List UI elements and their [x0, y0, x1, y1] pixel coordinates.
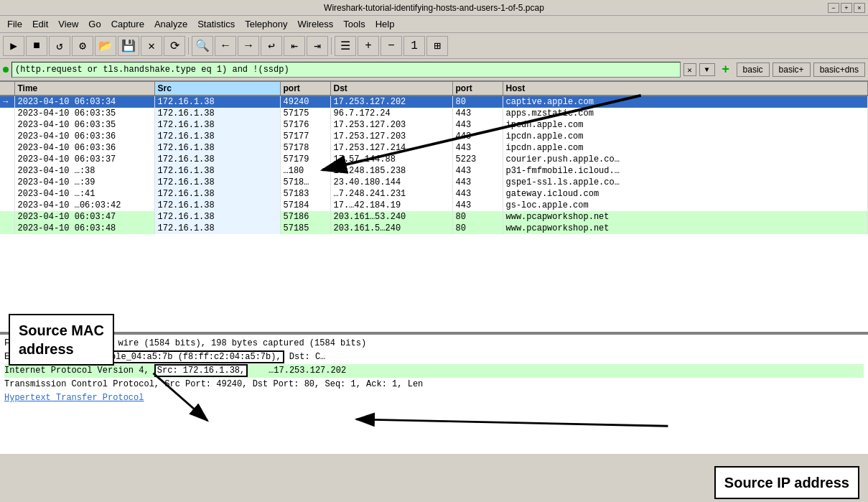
row-src: 172.16.1.38	[154, 154, 280, 165]
detail-tcp[interactable]: Transmission Control Protocol, Src Port:…	[4, 378, 864, 391]
filter-preset-basic-dns[interactable]: basic+dns	[813, 62, 865, 77]
row-srcport: 57176	[280, 119, 330, 131]
menu-help[interactable]: Help	[371, 17, 399, 31]
table-row[interactable]: 2023-04-10 …06:03:42172.16.1.385718417.……	[0, 200, 868, 211]
row-arrow	[0, 142, 14, 154]
source-ip-annotation: Source IP address	[714, 466, 859, 499]
row-src: 172.16.1.38	[154, 165, 280, 177]
toolbar-capture-options[interactable]: ⚙	[72, 36, 93, 56]
toolbar-zoom-in[interactable]: +	[358, 36, 379, 56]
filter-input[interactable]	[11, 62, 681, 78]
menu-telephony[interactable]: Telephony	[241, 17, 291, 31]
toolbar-go-to-packet[interactable]: ↩	[261, 36, 282, 56]
col-srcport[interactable]: port	[280, 82, 330, 96]
row-dstport: 5223	[452, 154, 503, 165]
toolbar-go-last[interactable]: ⇥	[307, 36, 328, 56]
menu-statistics[interactable]: Statistics	[193, 17, 239, 31]
toolbar-close[interactable]: ✕	[141, 36, 162, 56]
toolbar-resize-columns[interactable]: ⊞	[426, 36, 448, 56]
row-dstport: 443	[452, 177, 503, 188]
menu-edit[interactable]: Edit	[28, 17, 52, 31]
close-button[interactable]: ×	[854, 3, 865, 13]
toolbar-zoom-reset[interactable]: 1	[403, 36, 425, 56]
row-arrow	[0, 200, 14, 211]
menu-wireless[interactable]: Wireless	[293, 17, 337, 31]
row-arrow	[0, 108, 14, 119]
toolbar-zoom-out[interactable]: −	[381, 36, 402, 56]
col-arrow	[0, 82, 14, 96]
toolbar-stop-capture[interactable]: ■	[26, 36, 47, 56]
table-row[interactable]: 2023-04-10 06:03:35172.16.1.385717617.25…	[0, 119, 868, 131]
menu-file[interactable]: File	[3, 17, 27, 31]
menu-go[interactable]: Go	[84, 17, 105, 31]
row-dst: 17.248.185.238	[330, 165, 452, 177]
toolbar-go-first[interactable]: ⇤	[284, 36, 305, 56]
row-dst: 203.161…53.240	[330, 211, 452, 223]
filter-preset-basic[interactable]: basic	[737, 62, 770, 77]
filter-preset-basic-plus[interactable]: basic+	[773, 62, 811, 77]
row-host: apps.mzstatic.com	[503, 108, 868, 119]
table-row[interactable]: 2023-04-10 06:03:36172.16.1.385717717.25…	[0, 131, 868, 142]
minimize-button[interactable]: −	[828, 3, 839, 13]
col-time[interactable]: Time	[14, 82, 154, 96]
row-dst: 17.57.144.88	[330, 154, 452, 165]
row-srcport: 57186	[280, 211, 330, 223]
row-host: captive.apple.com	[503, 96, 868, 108]
col-host[interactable]: Host	[503, 82, 868, 96]
toolbar-back[interactable]: ←	[215, 36, 236, 56]
toolbar-autoscroll[interactable]: ☰	[335, 36, 356, 56]
menu-capture[interactable]: Capture	[107, 17, 149, 31]
table-row[interactable]: 2023-04-10 …:39172.16.1.385718…23.40.180…	[0, 177, 868, 188]
menu-view[interactable]: View	[54, 17, 83, 31]
table-row[interactable]: 2023-04-10 …:38172.16.1.38…18017.248.185…	[0, 165, 868, 177]
row-time: 2023-04-10 06:03:36	[14, 142, 154, 154]
row-host: gspe1-ssl.ls.apple.co…	[503, 177, 868, 188]
table-row[interactable]: 2023-04-10 06:03:47172.16.1.3857186203.1…	[0, 211, 868, 223]
table-row[interactable]: 2023-04-10 06:03:35172.16.1.385717596.7.…	[0, 108, 868, 119]
row-arrow	[0, 154, 14, 165]
table-row[interactable]: 2023-04-10 06:03:48172.16.1.3857185203.1…	[0, 223, 868, 234]
detail-frame: Frame 23: 198 by​es on wire (1584 bits),…	[4, 337, 864, 350]
packet-list: Time Src port Dst port Host →2023-04-10 …	[0, 82, 868, 333]
col-dstport[interactable]: port	[452, 82, 503, 96]
filter-dropdown-button[interactable]: ▼	[699, 63, 715, 76]
col-src[interactable]: Src	[154, 82, 280, 96]
table-row[interactable]: →2023-04-10 06:03:34172.16.1.384924017.2…	[0, 96, 868, 108]
row-host: gs-loc.apple.com	[503, 200, 868, 211]
row-time: 2023-04-10 06:03:35	[14, 119, 154, 131]
toolbar-find[interactable]: 🔍	[192, 36, 213, 56]
detail-ip[interactable]: Internet Protocol Version 4, Src: 172.16…	[4, 364, 864, 378]
row-time: 2023-04-10 06:03:34	[14, 96, 154, 108]
filter-clear-button[interactable]: ✕	[683, 63, 696, 76]
maximize-button[interactable]: +	[841, 3, 852, 13]
row-dstport: 80	[452, 211, 503, 223]
table-row[interactable]: 2023-04-10 06:03:36172.16.1.385717817.25…	[0, 142, 868, 154]
ethernet-src-highlight: Src: Apple_04:a5:7b (f8:ff:c2:04:a5:7b),	[72, 350, 284, 363]
menu-bar: File Edit View Go Capture Analyze Statis…	[0, 16, 868, 33]
table-row[interactable]: 2023-04-10 06:03:37172.16.1.385717917.57…	[0, 154, 868, 165]
row-host: www.pcapworkshop.net	[503, 223, 868, 234]
row-srcport: 57179	[280, 154, 330, 165]
toolbar-start-capture[interactable]: ▶	[3, 36, 24, 56]
toolbar-open[interactable]: 📂	[95, 36, 116, 56]
detail-ethernet[interactable]: Ethernet II, Src: Apple_04:a5:7b (f8:ff:…	[4, 350, 864, 364]
menu-tools[interactable]: Tools	[339, 17, 369, 31]
table-row[interactable]: 2023-04-10 …:41172.16.1.3857183…7.248.24…	[0, 188, 868, 200]
menu-analyze[interactable]: Analyze	[150, 17, 192, 31]
toolbar-reload[interactable]: ⟳	[164, 36, 185, 56]
row-time: 2023-04-10 06:03:36	[14, 131, 154, 142]
toolbar-forward[interactable]: →	[238, 36, 259, 56]
row-src: 172.16.1.38	[154, 131, 280, 142]
filter-add-button[interactable]: +	[718, 62, 734, 78]
window-controls[interactable]: − + ×	[828, 3, 865, 13]
row-time: 2023-04-10 …:38	[14, 165, 154, 177]
window-title: Wireshark-tutorial-identifying-hosts-and…	[324, 3, 544, 13]
row-time: 2023-04-10 …06:03:42	[14, 200, 154, 211]
detail-http[interactable]: Hypertext Transfer Protocol	[4, 391, 864, 405]
col-dst[interactable]: Dst	[330, 82, 452, 96]
row-dstport: 443	[452, 200, 503, 211]
title-bar: Wireshark-tutorial-identifying-hosts-and…	[0, 0, 868, 16]
toolbar-restart-capture[interactable]: ↺	[49, 36, 70, 56]
toolbar-save[interactable]: 💾	[118, 36, 139, 56]
row-dst: 96.7.172.24	[330, 108, 452, 119]
